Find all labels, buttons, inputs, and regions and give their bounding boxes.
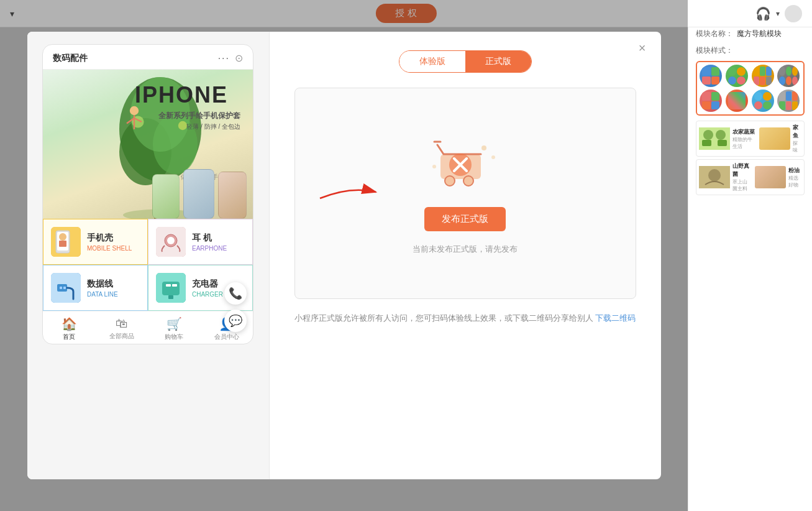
svg-rect-16 [59,241,66,247]
shell-zh: 手机壳 [87,232,140,244]
svg-rect-28 [168,295,173,299]
banner-subtitle-line2: 轻薄 / 防摔 / 全包边 [158,122,240,132]
banner-area: IPHONE 全新系列手绘手机保护套 轻薄 / 防摔 / 全包边 做有态度的手机… [43,70,253,219]
shell-en: MOBILE SHELL [87,245,140,252]
style-card-1[interactable]: 农家蔬菜 精致的牛生活 家鱼 探味 [696,121,805,157]
target-icon[interactable]: ⊙ [235,52,243,64]
cart-label: 购物车 [165,333,183,341]
banner-iphone-text: IPHONE [135,82,228,108]
style-item-4[interactable] [777,65,800,87]
top-bar-right: 🎧 ▾ [755,5,802,22]
svg-point-31 [445,176,455,186]
trial-tab[interactable]: 体验版 [399,51,465,72]
phone-mockup: 数码配件 ··· ⊙ [42,44,253,344]
style-card-1-sublabel2: 探味 [793,140,801,154]
style-grid-outer [696,61,805,116]
style-card-1-image [699,127,730,150]
svg-rect-42 [702,140,711,146]
more-icon[interactable]: ··· [218,53,230,64]
nav-tile-earphone[interactable]: 耳 机 EARPHONE [148,219,253,265]
style-card-1-title2: 家鱼 [793,124,801,140]
avatar[interactable] [785,5,802,22]
module-name-value: 魔方导航模块 [737,29,782,39]
style-card-1-sublabel: 精致的牛生活 [732,136,757,150]
publish-button[interactable]: 发布正式版 [424,207,506,231]
style-card-2-title: 山野真菌 [732,162,752,178]
style-card-1-image2 [759,127,790,150]
bottom-nav-products[interactable]: 🛍 全部商品 [96,316,148,341]
info-text: 小程序正式版允许被所有人访问，您可扫码体验线上效果，或下载二维码分享给别人 下载… [294,311,636,325]
member-label: 会员中心 [214,333,239,341]
style-item-5[interactable] [700,90,722,112]
floating-wechat-button[interactable]: 💬 [224,310,247,332]
banner-subtitle-bold: 全新系列手绘手机保护套 [158,110,240,122]
info-text-content: 小程序正式版允许被所有人访问，您可扫码体验线上效果，或下载二维码分享给别人 [294,313,593,323]
style-card-2-text2: 粉油 精选好物 [788,167,801,188]
style-item-6[interactable] [726,90,748,112]
style-card-2-title2: 粉油 [788,167,801,175]
svg-point-15 [59,233,66,241]
chevron-down-icon-right[interactable]: ▾ [776,9,780,18]
style-items-secondary: 农家蔬菜 精致的牛生活 家鱼 探味 山野真菌 萃上山菌主料 [696,121,805,195]
dataline-zh: 数据线 [87,279,140,290]
red-arrow [314,180,388,207]
style-card-2[interactable]: 山野真菌 萃上山菌主料 粉油 精选好物 [696,159,805,195]
style-item-1[interactable] [700,65,722,87]
nav-tile-dataline[interactable]: 数据线 DATA LINE [43,265,148,311]
phone-header-icons: ··· ⊙ [218,52,243,64]
style-card-2-image [699,166,730,188]
style-card-2-text: 山野真菌 萃上山菌主料 [732,162,752,192]
banner-subtitle: 全新系列手绘手机保护套 轻薄 / 防摔 / 全包边 [158,110,240,132]
svg-rect-23 [63,287,66,289]
home-label: 首页 [63,333,75,341]
close-button[interactable]: × [634,39,651,57]
phone-header: 数码配件 ··· ⊙ [43,45,253,70]
official-tab[interactable]: 正式版 [465,51,531,72]
products-label: 全部商品 [109,332,134,341]
svg-rect-26 [166,284,171,287]
style-card-1-title: 农家蔬菜 [732,128,757,136]
style-card-2-sublabel2: 精选好物 [788,175,801,188]
svg-point-40 [703,130,713,140]
svg-point-41 [716,130,726,140]
publish-hint: 当前未发布正式版，请先发布 [413,244,518,255]
module-name-row: 模块名称： 魔方导航模块 [696,29,805,39]
style-item-2[interactable] [726,65,748,87]
dataline-en: DATA LINE [87,291,140,298]
svg-point-38 [432,165,436,168]
preview-box: 发布正式版 当前未发布正式版，请先发布 [294,88,636,299]
svg-point-37 [491,155,495,159]
version-tabs: 体验版 正式版 [399,50,532,73]
style-item-3[interactable] [752,65,774,87]
nav-tile-shell[interactable]: 手机壳 MOBILE SHELL [43,219,148,265]
svg-rect-27 [172,284,177,287]
modal-overlay: × 数码配件 ··· ⊙ [0,0,688,511]
download-qr-link[interactable]: 下载二维码 [595,313,636,323]
floating-call-button[interactable]: 📞 [224,282,247,305]
svg-rect-22 [60,287,62,289]
style-card-2-sublabel: 萃上山菌主料 [732,178,752,192]
earphone-en: EARPHONE [192,245,245,252]
style-item-7[interactable] [752,90,774,112]
svg-rect-39 [699,127,730,150]
svg-point-19 [167,237,175,244]
shell-tile-text: 手机壳 MOBILE SHELL [87,232,140,252]
preview-panel: 数码配件 ··· ⊙ [27,32,270,479]
style-card-2-image2 [755,166,786,188]
cart-icon: 🛒 [167,316,182,331]
headset-icon[interactable]: 🎧 [755,6,771,21]
dataline-tile-text: 数据线 DATA LINE [87,279,140,298]
bottom-nav-cart[interactable]: 🛒 购物车 [148,316,201,341]
style-item-8[interactable] [777,90,800,112]
style-card-1-text: 农家蔬菜 精致的牛生活 [732,128,757,150]
bottom-nav-home[interactable]: 🏠 首页 [43,316,96,341]
earphone-icon [156,227,186,257]
nav-tiles: 手机壳 MOBILE SHELL [43,219,253,311]
svg-point-32 [463,176,473,186]
svg-rect-25 [162,282,180,295]
modal: × 数码配件 ··· ⊙ [27,32,661,479]
banner-cases [152,169,247,219]
svg-point-36 [481,145,486,150]
svg-point-45 [708,169,721,182]
error-illustration [422,132,509,195]
